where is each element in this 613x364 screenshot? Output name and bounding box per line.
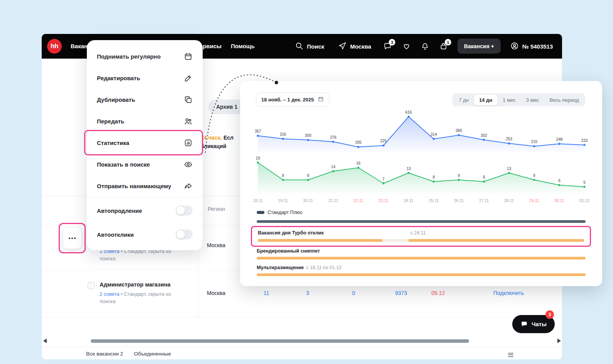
svg-text:29.11: 29.11 xyxy=(529,198,539,203)
search-control[interactable]: Поиск xyxy=(295,42,324,51)
app-window: hh Вакансии Сервисы Помощь Поиск Москва … xyxy=(42,34,562,359)
autoreplies-toggle[interactable] xyxy=(176,229,193,239)
svg-text:5: 5 xyxy=(583,180,586,185)
svg-text:276: 276 xyxy=(330,135,337,140)
service-row-snippet: Брендированный сниппет xyxy=(257,248,322,254)
dot xyxy=(69,238,70,239)
svg-text:14: 14 xyxy=(331,165,336,169)
chats-badge: 3 xyxy=(545,310,554,319)
column-header-region: Регион xyxy=(208,206,225,212)
tab-merged[interactable]: Объединенные xyxy=(134,351,171,357)
menu-divider xyxy=(87,197,203,198)
svg-text:9: 9 xyxy=(533,174,535,178)
svg-text:8: 8 xyxy=(483,175,485,179)
tab-all-vacancies[interactable]: Все вакансии 2 xyxy=(86,351,123,357)
menu-item-send-to-hiring-manager[interactable]: Отправить нанимающему xyxy=(87,175,203,197)
chat-icon[interactable]: 3 xyxy=(383,42,393,51)
menu-item-show-in-search[interactable]: Показать в поиске xyxy=(87,153,203,175)
svg-text:8: 8 xyxy=(433,175,435,179)
svg-text:215: 215 xyxy=(531,140,538,144)
row-checkbox[interactable] xyxy=(88,282,95,289)
publication-notice: 24 часа. Есл бликаций xyxy=(201,133,234,150)
svg-text:302: 302 xyxy=(481,133,487,138)
region-cell: Москва xyxy=(207,242,225,248)
menu-item-autoprolong: Автопродление xyxy=(87,199,203,222)
forward-icon xyxy=(184,182,193,190)
region-cell: Москва xyxy=(207,290,225,296)
svg-text:23.11: 23.11 xyxy=(379,198,389,203)
list-settings-icon[interactable] xyxy=(508,352,513,358)
eye-icon xyxy=(184,160,193,169)
row-divider xyxy=(42,317,562,317)
connect-link[interactable]: Подключить xyxy=(493,290,524,296)
svg-text:6: 6 xyxy=(558,179,561,183)
svg-text:9: 9 xyxy=(307,174,309,178)
svg-text:19: 19 xyxy=(256,156,260,160)
responses-count[interactable]: 11 xyxy=(259,290,274,296)
svg-text:366: 366 xyxy=(456,128,462,133)
menu-item-raise-regularly[interactable]: Поднимать регулярно xyxy=(87,46,203,67)
legend-label: Стандарт Плюс xyxy=(268,210,303,215)
date-range-button[interactable]: 18 нояб. – 1 дек. 2025 xyxy=(256,93,329,107)
cart-icon[interactable]: 1 xyxy=(439,42,449,51)
notifications-bell-icon[interactable] xyxy=(421,42,430,51)
svg-text:27.11: 27.11 xyxy=(479,198,489,203)
svg-text:300: 300 xyxy=(305,133,312,138)
calendar-icon xyxy=(184,52,193,61)
screenshot-frame: hh Вакансии Сервисы Помощь Поиск Москва … xyxy=(0,0,613,364)
new-count[interactable]: 3 xyxy=(300,290,315,296)
svg-text:7: 7 xyxy=(383,177,385,181)
favorites-heart-icon[interactable] xyxy=(402,42,411,51)
vacancy-context-menu: Поднимать регулярно Редактировать Дублир… xyxy=(87,40,203,250)
hh-logo[interactable]: hh xyxy=(47,39,62,54)
svg-text:16: 16 xyxy=(356,161,361,165)
menu-item-statistics[interactable]: Статистика xyxy=(87,132,203,153)
svg-text:28.11: 28.11 xyxy=(504,198,514,203)
location-icon xyxy=(338,42,347,51)
scroll-left-arrow[interactable] xyxy=(43,339,47,343)
calls-count[interactable]: 0 xyxy=(346,290,361,296)
svg-text:24.11: 24.11 xyxy=(404,198,414,203)
scroll-right-arrow[interactable] xyxy=(557,339,561,343)
service-row-multiposting: Мультиразмещение с 18.11 по 01.12 xyxy=(257,265,342,270)
vacancy-row-subtitle: 2 совета • Стандарт, скрыта из поиска xyxy=(100,290,174,305)
svg-text:233: 233 xyxy=(581,138,588,143)
views-count[interactable]: 9373 xyxy=(388,290,415,296)
svg-text:30.11: 30.11 xyxy=(554,198,564,203)
tab-7d[interactable]: 7 дн xyxy=(454,94,474,105)
location-control[interactable]: Москва xyxy=(338,42,371,51)
service-row-turbo-highlighted: Вакансия дня Турбо отклик с 24.11 xyxy=(251,226,591,247)
tab-1m[interactable]: 1 мес xyxy=(498,94,521,105)
create-vacancy-button[interactable]: Вакансия + xyxy=(457,39,501,54)
legend-swatch xyxy=(257,211,264,214)
footer-divider xyxy=(42,347,562,347)
tab-3m[interactable]: 3 мес xyxy=(521,94,544,105)
tab-14d[interactable]: 14 дн xyxy=(474,94,498,105)
chart-legend: Стандарт Плюс xyxy=(257,210,303,215)
dot xyxy=(71,238,73,239)
expiry-date: 05.12 xyxy=(425,290,452,296)
svg-text:13: 13 xyxy=(406,167,411,171)
svg-text:13: 13 xyxy=(507,167,511,171)
svg-text:205: 205 xyxy=(355,140,362,145)
row-actions-button[interactable] xyxy=(63,228,81,249)
svg-text:19.11: 19.11 xyxy=(278,198,288,203)
menu-item-edit[interactable]: Редактировать xyxy=(87,67,203,89)
turbo-service-bar xyxy=(258,239,584,242)
menu-item-duplicate[interactable]: Дублировать xyxy=(87,89,203,110)
autoprolong-toggle[interactable] xyxy=(176,206,193,216)
svg-text:22.11: 22.11 xyxy=(354,198,364,203)
archive-filter-button[interactable]: Архив 1 xyxy=(208,99,245,114)
period-tabs: 7 дн 14 дн 1 мес 3 мес Весь период xyxy=(452,93,585,106)
menu-item-transfer[interactable]: Передать xyxy=(87,110,203,132)
vacancy-title[interactable]: Администратор магазина xyxy=(100,281,171,288)
tab-all-period[interactable]: Весь период xyxy=(544,94,584,105)
svg-text:21.11: 21.11 xyxy=(328,198,338,203)
statistics-popup: 18 нояб. – 1 дек. 2025 7 дн 14 дн 1 мес … xyxy=(240,81,602,286)
profile-control[interactable]: № 5403513 xyxy=(510,42,553,51)
svg-text:01.12: 01.12 xyxy=(579,198,589,203)
nav-help[interactable]: Помощь xyxy=(231,43,255,49)
advice-link[interactable]: 2 совета xyxy=(100,291,119,297)
standard-plus-period-bar xyxy=(257,220,586,223)
horizontal-scrollbar-thumb[interactable] xyxy=(91,339,469,343)
